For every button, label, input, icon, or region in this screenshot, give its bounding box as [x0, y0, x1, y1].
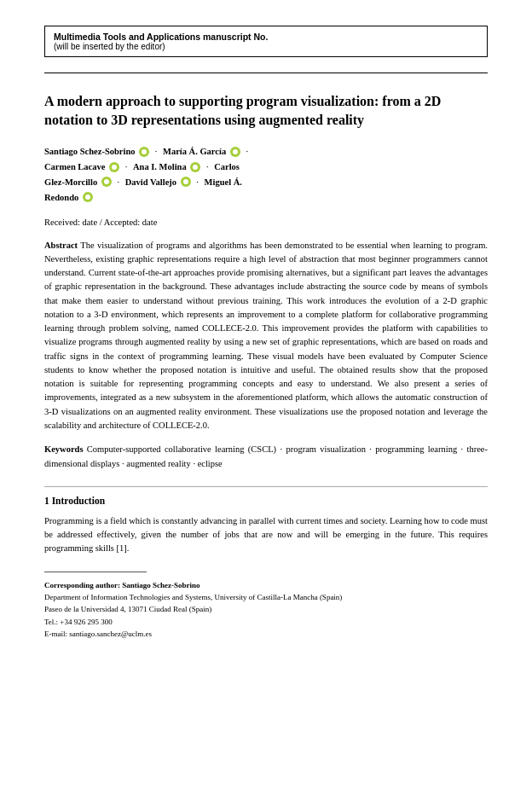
section-title-label: Introduction	[52, 496, 105, 506]
orcid-icon-glez	[101, 177, 112, 187]
author-carlos: Carlos	[214, 162, 240, 171]
footnote-tel: Tel.: +34 926 295 300	[44, 616, 488, 628]
article-title: A modern approach to supporting program …	[44, 92, 488, 129]
author-carmen: Carmen Lacave	[44, 162, 105, 171]
authors-line-2: Carmen Lacave · Ana I. Molina · Carlos	[44, 160, 488, 175]
section-1-title: 1 Introduction	[44, 496, 488, 506]
authors-block: Santiago Schez-Sobrino · María Á. García…	[44, 144, 488, 205]
abstract-text: The visualization of programs and algori…	[44, 241, 488, 430]
author-santiago: Santiago Schez-Sobrino	[44, 147, 135, 156]
author-glez: Glez-Morcillo	[44, 177, 97, 187]
orcid-icon-david	[181, 177, 191, 187]
footnote-corresponding: Corresponding author: Santiago Schez-Sob…	[44, 581, 200, 589]
received-line: Received: date / Accepted: date	[44, 218, 488, 227]
keywords-label: Keywords	[44, 444, 84, 454]
abstract-label: Abstract	[44, 241, 78, 250]
authors-line-3: Glez-Morcillo · David Vallejo · Miguel Á…	[44, 175, 488, 190]
footnote-department: Department of Information Technologies a…	[44, 591, 488, 603]
section-divider	[44, 486, 488, 487]
keywords-text: Computer-supported collaborative learnin…	[44, 444, 488, 467]
orcid-icon-carmen	[109, 162, 119, 172]
authors-line-4: Redondo	[44, 190, 488, 206]
keywords-section: Keywords Computer-supported collaborativ…	[44, 443, 488, 471]
page: Multimedia Tools and Applications manusc…	[0, 0, 532, 801]
author-ana: Ana I. Molina	[133, 162, 187, 171]
author-miguel: Miguel Á.	[205, 177, 242, 187]
orcid-icon-maria	[230, 147, 240, 157]
orcid-icon-santiago	[139, 147, 149, 157]
author-maria: María Á. García	[163, 147, 226, 156]
header-box: Multimedia Tools and Applications manusc…	[44, 26, 488, 57]
section-1-para-1: Programming is a field which is constant…	[44, 514, 488, 556]
author-david: David Vallejo	[125, 177, 176, 187]
footnote-divider	[44, 572, 147, 572]
journal-subtitle: (will be inserted by the editor)	[54, 42, 478, 51]
section-number: 1	[44, 496, 49, 506]
footnote-label: Corresponding author: Santiago Schez-Sob…	[44, 579, 488, 591]
footnote-email: E-mail: santiago.sanchez@uclm.es	[44, 628, 488, 640]
orcid-icon-ana	[190, 162, 200, 172]
abstract-section: Abstract The visualization of programs a…	[44, 239, 488, 433]
footnote-block: Corresponding author: Santiago Schez-Sob…	[44, 579, 488, 641]
top-divider	[44, 73, 488, 73]
orcid-icon-redondo	[83, 192, 93, 202]
author-redondo: Redondo	[44, 193, 78, 202]
journal-title: Multimedia Tools and Applications manusc…	[54, 32, 478, 42]
footnote-address: Paseo de la Universidad 4, 13071 Ciudad …	[44, 603, 488, 615]
authors-line-1: Santiago Schez-Sobrino · María Á. García…	[44, 144, 488, 160]
